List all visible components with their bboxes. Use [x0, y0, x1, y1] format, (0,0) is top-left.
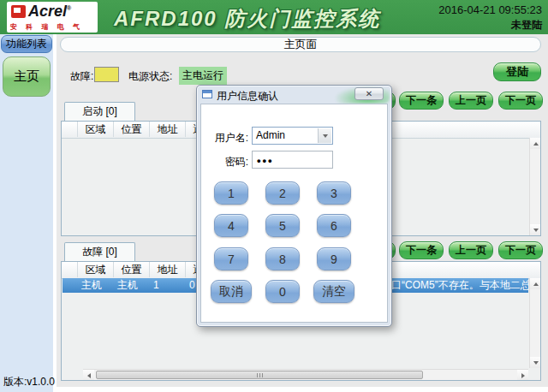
sidebar-item-home[interactable]: 主页 [3, 56, 51, 97]
next-item-button-bottom[interactable]: 下一条 [399, 241, 444, 259]
hscroll-thumb[interactable] [96, 371, 423, 379]
app-header: Acrel® 安 科 瑞 电 气 AFRD100 防火门监控系统 2016-04… [0, 0, 548, 34]
next-page-button-bottom[interactable]: 下一页 [498, 241, 543, 259]
keypad-3[interactable]: 3 [317, 181, 351, 205]
next-page-button-top[interactable]: 下一页 [498, 92, 543, 110]
username-select[interactable]: Admin [252, 127, 333, 145]
keypad-8[interactable]: 8 [265, 247, 300, 270]
fault-label: 故障: [70, 69, 93, 84]
scroll-left-icon[interactable] [83, 370, 94, 381]
dialog-window-icon [202, 90, 212, 98]
column-header-position[interactable]: 位置 [114, 122, 150, 137]
scroll-right-icon[interactable] [517, 370, 528, 381]
password-label: 密码: [208, 155, 248, 169]
next-item-button-top[interactable]: 下一条 [399, 92, 444, 110]
keypad-1[interactable]: 1 [214, 181, 248, 205]
keypad-5[interactable]: 5 [265, 214, 300, 237]
sidebar-menu-title[interactable]: 功能列表 [1, 35, 52, 53]
row-header-cell [62, 122, 78, 137]
username-label: 用户名: [208, 131, 248, 146]
login-status: 未登陆 [511, 18, 542, 33]
power-status-label: 电源状态: [128, 69, 172, 84]
scroll-up-icon[interactable] [530, 278, 541, 289]
tab-fault[interactable]: 故障 [0] [64, 242, 135, 261]
column-header-address[interactable]: 地址 [150, 122, 186, 137]
password-value: ••• [257, 154, 274, 167]
app-title: AFRD100 防火门监控系统 [114, 5, 380, 33]
fault-status-swatch [94, 67, 119, 82]
scroll-down-icon[interactable] [530, 224, 541, 235]
page-title: 主页面 [60, 37, 541, 52]
keypad-4[interactable]: 4 [214, 214, 248, 237]
clear-button[interactable]: 清空 [313, 280, 354, 303]
version-label: 版本:v1.0.0 [3, 375, 55, 389]
keypad-0[interactable]: 0 [265, 280, 300, 303]
fault-table-vscrollbar[interactable] [529, 278, 540, 368]
column-header-position[interactable]: 位置 [114, 262, 150, 277]
keypad-9[interactable]: 9 [317, 247, 351, 270]
prev-page-button-bottom[interactable]: 上一页 [449, 241, 493, 259]
chevron-down-icon[interactable] [318, 128, 331, 143]
column-header-address[interactable]: 地址 [150, 262, 186, 277]
cell-channel: 0 [189, 279, 195, 292]
brand-name: Acrel® [28, 3, 71, 21]
tab-start[interactable]: 启动 [0] [64, 102, 135, 121]
row-header-cell [62, 262, 78, 277]
close-icon[interactable]: ✕ [354, 87, 384, 100]
datetime: 2016-04-21 09:55:23 [438, 3, 542, 16]
password-input[interactable]: ••• [252, 151, 333, 169]
username-value: Admin [256, 129, 285, 141]
keypad-7[interactable]: 7 [214, 247, 248, 270]
brand-subtitle: 安 科 瑞 电 气 [10, 22, 96, 32]
acrel-logo: Acrel® 安 科 瑞 电 气 [7, 2, 98, 33]
scroll-up-icon[interactable] [530, 138, 541, 149]
start-table-vscrollbar[interactable] [529, 138, 540, 235]
dialog-title: 用户信息确认 [217, 89, 278, 104]
cancel-button[interactable]: 取消 [211, 280, 252, 303]
prev-page-button-top[interactable]: 上一页 [449, 92, 493, 110]
cell-address: 1 [153, 279, 159, 292]
column-header-area[interactable]: 区域 [78, 122, 114, 137]
cell-position: 主机 [117, 279, 138, 292]
scroll-down-icon[interactable] [530, 357, 541, 368]
cell-description: 口“COM5”不存在。与本地二总 [391, 279, 528, 292]
login-button[interactable]: 登陆 [493, 62, 541, 81]
column-header-area[interactable]: 区域 [78, 262, 114, 277]
keypad-2[interactable]: 2 [265, 181, 300, 205]
fault-table-hscrollbar[interactable] [83, 369, 528, 380]
acrel-logo-icon [11, 5, 26, 18]
registered-mark: ® [67, 5, 71, 11]
keypad-6[interactable]: 6 [317, 214, 351, 237]
dialog-titlebar[interactable]: 用户信息确认 ✕ [197, 86, 391, 104]
power-status-value: 主电运行 [179, 67, 227, 85]
cell-area: 主机 [81, 279, 102, 292]
